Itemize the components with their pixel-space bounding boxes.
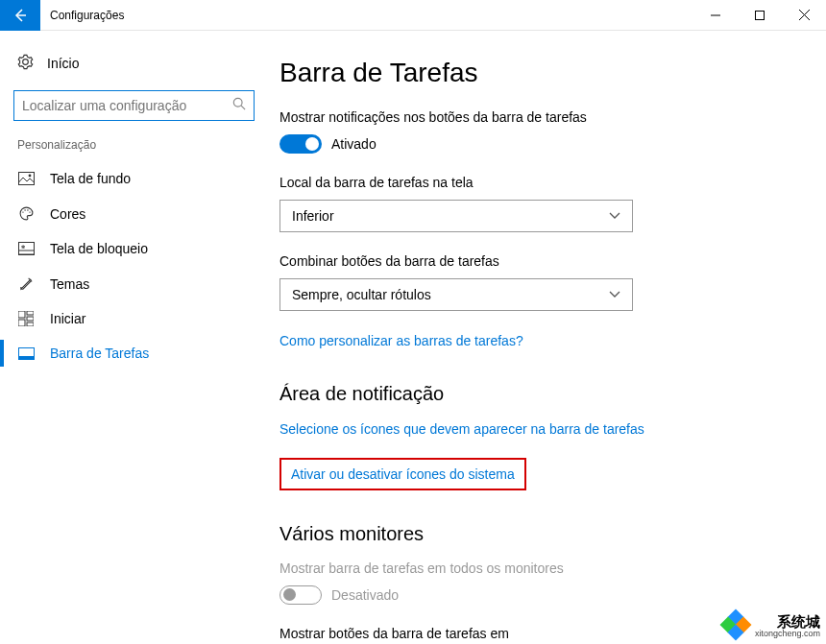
notifications-toggle[interactable]	[279, 134, 322, 154]
search-input[interactable]	[22, 98, 232, 113]
svg-point-4	[233, 98, 242, 107]
page-title: Barra de Tarefas	[279, 58, 797, 88]
palette-icon	[17, 205, 35, 222]
search-input-container[interactable]	[13, 90, 255, 121]
notifications-label: Mostrar notificações nos botões da barra…	[279, 109, 797, 125]
category-label: Personalização	[17, 138, 260, 152]
taskbar-icon	[17, 347, 35, 360]
maximize-icon	[755, 11, 765, 20]
location-select[interactable]: Inferior	[279, 200, 633, 232]
chevron-down-icon	[609, 289, 620, 300]
show-all-toggle[interactable]	[279, 585, 322, 605]
location-value: Inferior	[292, 208, 334, 224]
sidebar-item-label: Temas	[50, 276, 89, 292]
sidebar-item-lockscreen[interactable]: ✽ Tela de bloqueio	[13, 231, 260, 266]
close-icon	[799, 10, 810, 20]
multiple-monitors-heading: Vários monitores	[279, 523, 797, 545]
start-icon	[17, 311, 35, 326]
sidebar: Início Personalização Tela de fundo Core…	[0, 31, 264, 644]
svg-rect-16	[27, 311, 34, 315]
system-icons-link[interactable]: Ativar ou desativar ícones do sistema	[291, 466, 515, 482]
main-content: Barra de Tarefas Mostrar notificações no…	[264, 31, 826, 644]
svg-rect-1	[756, 11, 765, 19]
sidebar-item-start[interactable]: Iniciar	[13, 301, 260, 336]
combine-label: Combinar botões da barra de tarefas	[279, 253, 797, 269]
minimize-button[interactable]	[693, 0, 738, 31]
svg-rect-17	[27, 317, 34, 321]
svg-rect-15	[18, 311, 25, 318]
themes-icon	[17, 275, 35, 292]
svg-point-8	[22, 211, 23, 212]
lockscreen-icon: ✽	[17, 242, 35, 255]
show-all-monitors-label: Mostrar barra de tarefas em todos os mon…	[279, 561, 797, 576]
sidebar-item-themes[interactable]: Temas	[13, 266, 260, 301]
notifications-state: Ativado	[331, 136, 377, 152]
svg-rect-18	[18, 320, 25, 326]
location-label: Local da barra de tarefas na tela	[279, 175, 797, 190]
home-link[interactable]: Início	[13, 48, 260, 86]
sidebar-item-taskbar[interactable]: Barra de Tarefas	[13, 336, 260, 370]
svg-rect-13	[18, 250, 34, 254]
svg-point-11	[29, 211, 30, 212]
window-controls	[693, 0, 826, 31]
close-button[interactable]	[782, 0, 826, 31]
svg-rect-19	[27, 322, 34, 326]
svg-point-10	[27, 209, 28, 210]
notification-area-heading: Área de notificação	[279, 383, 797, 405]
highlight-box: Ativar ou desativar ícones do sistema	[279, 458, 526, 490]
sidebar-item-label: Barra de Tarefas	[50, 346, 149, 361]
sidebar-item-label: Tela de bloqueio	[50, 241, 148, 256]
maximize-button[interactable]	[738, 0, 782, 31]
svg-point-9	[24, 209, 25, 210]
search-icon	[232, 97, 246, 114]
svg-point-7	[28, 175, 31, 178]
arrow-left-icon	[12, 8, 28, 23]
sidebar-item-label: Iniciar	[50, 311, 85, 326]
gear-icon	[17, 54, 34, 73]
nav-list: Tela de fundo Cores ✽ Tela de bloqueio T…	[13, 161, 260, 370]
sidebar-item-label: Cores	[50, 206, 85, 222]
chevron-down-icon	[609, 210, 620, 222]
notifications-toggle-row: Ativado	[279, 134, 797, 154]
combine-select[interactable]: Sempre, ocultar rótulos	[279, 278, 633, 311]
svg-rect-6	[18, 173, 34, 185]
back-button[interactable]	[0, 0, 40, 31]
titlebar: Configurações	[0, 0, 826, 31]
home-label: Início	[47, 56, 79, 71]
show-all-state: Desativado	[331, 587, 399, 603]
sidebar-item-label: Tela de fundo	[50, 171, 131, 186]
svg-rect-21	[18, 356, 34, 360]
sidebar-item-colors[interactable]: Cores	[13, 196, 260, 231]
customize-link[interactable]: Como personalizar as barras de tarefas?	[279, 333, 523, 348]
show-buttons-label: Mostrar botões da barra de tarefas em	[279, 626, 797, 641]
picture-icon	[17, 172, 35, 185]
combine-value: Sempre, ocultar rótulos	[292, 287, 431, 302]
show-all-toggle-row: Desativado	[279, 585, 797, 605]
select-icons-link[interactable]: Selecione os ícones que devem aparecer n…	[279, 421, 644, 437]
minimize-icon	[711, 11, 720, 20]
window-title: Configurações	[50, 9, 124, 22]
sidebar-item-background[interactable]: Tela de fundo	[13, 161, 260, 196]
svg-text:✽: ✽	[21, 244, 25, 250]
svg-line-5	[241, 106, 245, 109]
